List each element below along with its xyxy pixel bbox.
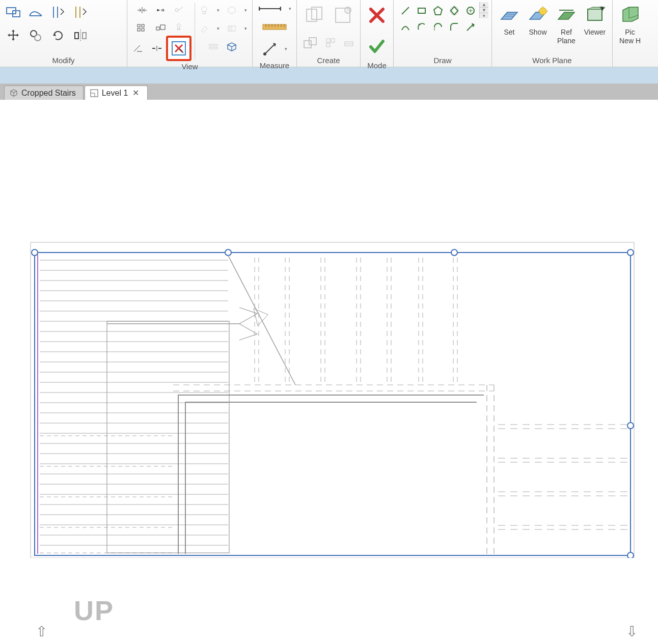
refplane-label-1: Ref bbox=[561, 28, 572, 36]
draw-rect-button[interactable] bbox=[414, 3, 429, 18]
move-button[interactable] bbox=[3, 25, 23, 46]
paint-button[interactable] bbox=[196, 20, 212, 37]
copy-button[interactable] bbox=[25, 25, 46, 46]
draw-arc-start-end-button[interactable] bbox=[398, 19, 413, 35]
draw-scroll-expand-icon[interactable]: ▾ bbox=[480, 13, 488, 18]
cut-geometry-button[interactable] bbox=[25, 2, 46, 22]
pick-walls-button[interactable] bbox=[70, 2, 91, 22]
svg-line-61 bbox=[467, 24, 473, 31]
cancel-mode-button[interactable] bbox=[364, 2, 390, 29]
tab-project[interactable]: Cropped Stairs bbox=[4, 86, 84, 100]
align-button[interactable] bbox=[134, 2, 150, 18]
panel-modify: Modify bbox=[0, 0, 127, 67]
svg-point-74 bbox=[451, 249, 457, 256]
component-dropdown-icon[interactable]: ▾ bbox=[242, 8, 249, 13]
light-dropdown-icon[interactable]: ▾ bbox=[214, 8, 222, 13]
draw-polygon-button[interactable] bbox=[430, 3, 446, 18]
pic-button[interactable]: Pic New H bbox=[616, 2, 644, 46]
svg-rect-22 bbox=[156, 27, 159, 30]
draw-fillet-arc-button[interactable] bbox=[447, 19, 462, 35]
offset-button[interactable] bbox=[152, 2, 169, 18]
tab-level1-label: Level 1 bbox=[102, 89, 128, 98]
svg-rect-11 bbox=[83, 33, 86, 39]
mirror-button[interactable] bbox=[70, 25, 91, 46]
svg-rect-52 bbox=[418, 8, 425, 13]
svg-rect-68 bbox=[588, 9, 602, 20]
panel-workplane: Set Show Ref Plane Viewer Work Plane bbox=[492, 0, 613, 67]
draw-scroll-up-icon[interactable]: ▲ bbox=[480, 2, 488, 8]
view-box-button[interactable] bbox=[224, 39, 240, 55]
array-button[interactable] bbox=[134, 19, 150, 36]
draw-pick-lines-button[interactable] bbox=[463, 19, 478, 35]
svg-point-16 bbox=[175, 9, 178, 12]
split-button[interactable] bbox=[149, 40, 165, 57]
unpin-button[interactable] bbox=[171, 2, 187, 18]
pick-edges-button[interactable] bbox=[48, 2, 68, 22]
cope-button[interactable] bbox=[3, 2, 23, 22]
panel-next-title bbox=[616, 63, 644, 66]
show-workplane-button[interactable]: Show bbox=[524, 2, 552, 37]
ribbon-toolbar: Modify bbox=[0, 0, 658, 67]
join-button[interactable] bbox=[205, 39, 222, 55]
component-button[interactable] bbox=[224, 2, 240, 18]
draw-arc-center-button[interactable] bbox=[414, 19, 429, 35]
scroll-down-arrow[interactable]: ⇩ bbox=[626, 623, 638, 640]
svg-point-54 bbox=[450, 7, 458, 15]
set-label: Set bbox=[504, 28, 514, 36]
trim-button[interactable] bbox=[130, 40, 147, 57]
svg-point-37 bbox=[263, 52, 266, 55]
paint-dropdown-icon[interactable]: ▾ bbox=[214, 26, 222, 31]
panel-create: Create bbox=[297, 0, 361, 67]
draw-arc-tangent-button[interactable] bbox=[430, 19, 446, 35]
rotate-button[interactable] bbox=[48, 25, 68, 46]
measure-dropdown-icon[interactable]: ▾ bbox=[282, 46, 289, 51]
create-similar-button[interactable] bbox=[300, 33, 320, 53]
demolish-dropdown-icon[interactable]: ▾ bbox=[242, 26, 249, 31]
measure-button[interactable] bbox=[260, 39, 280, 59]
draw-scroll-down-icon[interactable]: ▼ bbox=[480, 8, 488, 13]
stair-direction-label: UP bbox=[74, 595, 114, 626]
viewer-button[interactable]: Viewer bbox=[581, 2, 609, 37]
svg-rect-33 bbox=[209, 47, 217, 49]
delete-button[interactable] bbox=[167, 37, 190, 60]
svg-rect-70 bbox=[31, 242, 634, 558]
svg-point-76 bbox=[627, 423, 634, 429]
svg-point-62 bbox=[539, 8, 546, 15]
svg-rect-19 bbox=[142, 24, 144, 27]
light-button[interactable] bbox=[196, 2, 212, 18]
svg-point-59 bbox=[419, 24, 420, 25]
dimension-button[interactable] bbox=[256, 2, 284, 15]
demolish-button[interactable] bbox=[224, 20, 240, 37]
svg-rect-20 bbox=[138, 29, 140, 31]
create-group-button[interactable] bbox=[301, 2, 327, 29]
panel-mode-title: Mode bbox=[364, 59, 390, 71]
create-form-button[interactable] bbox=[341, 35, 357, 51]
svg-point-72 bbox=[32, 249, 38, 256]
create-assembly-button[interactable] bbox=[330, 2, 356, 29]
show-label: Show bbox=[529, 28, 546, 36]
tab-level1[interactable]: Level 1 ✕ bbox=[85, 86, 148, 100]
set-workplane-button[interactable]: Set bbox=[495, 2, 524, 37]
panel-measure-title: Measure bbox=[256, 59, 293, 71]
svg-rect-35 bbox=[263, 24, 286, 30]
finish-mode-button[interactable] bbox=[364, 33, 390, 59]
drawing-canvas[interactable]: UP ⇧ ⇩ bbox=[0, 100, 658, 644]
ref-plane-button[interactable]: Ref Plane bbox=[552, 2, 581, 46]
svg-marker-53 bbox=[434, 7, 442, 15]
svg-line-17 bbox=[178, 7, 183, 10]
draw-gallery-scroll: ▲ ▼ ▾ bbox=[479, 2, 488, 18]
pin-button[interactable] bbox=[171, 19, 187, 36]
draw-circle-button[interactable] bbox=[463, 3, 478, 18]
scroll-up-arrow[interactable]: ⇧ bbox=[36, 623, 47, 640]
draw-line-button[interactable] bbox=[398, 3, 413, 18]
tab-close-button[interactable]: ✕ bbox=[131, 88, 140, 98]
dimension-dropdown-icon[interactable]: ▾ bbox=[286, 6, 293, 11]
svg-line-115 bbox=[228, 256, 295, 385]
svg-line-51 bbox=[402, 7, 409, 14]
draw-inscribed-polygon-button[interactable] bbox=[447, 3, 462, 18]
create-parts-button[interactable] bbox=[322, 35, 339, 51]
svg-point-75 bbox=[627, 249, 634, 256]
scale-button[interactable] bbox=[152, 19, 169, 36]
panel-draw: ▲ ▼ ▾ Draw bbox=[394, 0, 492, 67]
panel-measure: ▾ ▾ Measure bbox=[253, 0, 297, 67]
